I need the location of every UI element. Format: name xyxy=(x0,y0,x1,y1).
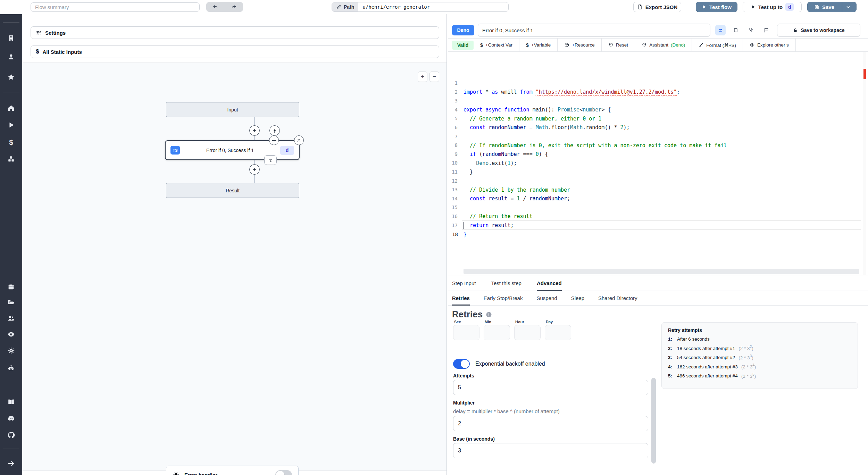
zoom-in-button[interactable]: + xyxy=(418,72,427,82)
tab-step-input[interactable]: Step Input xyxy=(452,275,476,291)
sidebar-item-eye[interactable] xyxy=(0,328,22,341)
input-node[interactable]: Input xyxy=(166,102,299,117)
test-flow-label: Test flow xyxy=(709,4,732,10)
sidebar-item-dollar[interactable]: $ xyxy=(0,136,22,149)
multiplier-label: Mulitplier xyxy=(453,400,475,406)
sidebar-item-home[interactable] xyxy=(0,102,22,114)
add-step-button-bottom[interactable] xyxy=(249,164,260,175)
toolbar-item-label: Explore other s xyxy=(757,42,789,48)
sidebar-item-cubes[interactable] xyxy=(0,153,22,165)
retry-row-text: 54 seconds after attempt #2 xyxy=(677,355,735,360)
toolbar-item-6[interactable]: Explore other s xyxy=(743,39,796,51)
toolbar-item-label: +Context Var xyxy=(485,42,512,48)
sidebar-item-building[interactable] xyxy=(0,32,22,44)
sidebar-item-folder[interactable] xyxy=(0,296,22,308)
save-to-workspace-button[interactable]: Save to workspace xyxy=(777,24,860,37)
subtab-sleep[interactable]: Sleep xyxy=(571,291,584,305)
flag-icon xyxy=(763,27,769,33)
test-flow-button[interactable]: Test flow xyxy=(696,2,737,12)
subtab-early-stop-break[interactable]: Early Stop/Break xyxy=(484,291,523,305)
sidebar-item-arrow-right[interactable] xyxy=(0,457,22,470)
retry-row-text: 18 seconds after attempt #1 xyxy=(677,346,735,351)
attempts-input[interactable] xyxy=(453,380,648,395)
subtab-suspend[interactable]: Suspend xyxy=(536,291,557,305)
time-field-input-min[interactable] xyxy=(484,325,510,340)
language-badge[interactable]: Deno xyxy=(452,25,474,35)
toolbar-item-4[interactable]: Assistant (Deno) xyxy=(635,39,692,51)
settings-row[interactable]: Settings xyxy=(31,26,439,39)
trigger-button[interactable] xyxy=(269,125,280,136)
multiplier-input[interactable] xyxy=(453,416,648,431)
redo-button[interactable] xyxy=(225,2,243,12)
time-field-input-sec[interactable] xyxy=(453,325,479,340)
editor-horizontal-scrollbar[interactable] xyxy=(464,269,859,274)
typescript-badge: TS xyxy=(170,146,180,155)
subtab-retries[interactable]: Retries xyxy=(452,291,470,305)
path-label: Path xyxy=(344,4,354,10)
test-up-to-button[interactable]: Test up to d xyxy=(743,2,802,12)
repeat-icon xyxy=(268,158,273,163)
exponential-backoff-toggle[interactable] xyxy=(453,359,470,369)
sidebar-item-robot[interactable] xyxy=(0,362,22,374)
sidebar-item-users-gear[interactable] xyxy=(0,312,22,325)
tab-advanced[interactable]: Advanced xyxy=(537,275,562,291)
expand-editor-button[interactable] xyxy=(731,25,741,35)
step-node[interactable]: TS Error if 0, Success if 1 d xyxy=(165,140,300,160)
toolbar-item-3[interactable]: Reset xyxy=(602,39,635,51)
error-handler-label: Error handler xyxy=(184,472,270,475)
sidebar-item-gear[interactable] xyxy=(0,344,22,357)
error-handler-row[interactable]: Error handler xyxy=(166,466,299,475)
path-field[interactable]: Path u/henri/error_generator xyxy=(332,2,509,12)
flow-canvas[interactable]: + − Input TS Error if 0, Success if 1 d xyxy=(22,62,446,471)
sync-script-button[interactable] xyxy=(715,25,726,35)
toolbar-item-5[interactable]: Format (⌘+S) xyxy=(692,39,743,51)
backoff-row: Exponential backoff enabled xyxy=(453,359,545,369)
code-toolbar: Valid $+Context Var$+Variable+ResourceRe… xyxy=(448,39,868,51)
sidebar-item-star[interactable] xyxy=(0,71,22,83)
subtab-shared-directory[interactable]: Shared Directory xyxy=(598,291,637,305)
delete-step-button[interactable] xyxy=(294,135,304,145)
plus-icon xyxy=(252,128,257,133)
step-name-input[interactable] xyxy=(478,24,710,37)
sidebar-item-github[interactable] xyxy=(0,429,22,441)
sidebar-item-discord[interactable] xyxy=(0,412,22,425)
code-line-13: 13 const result = 1 / randomNumber; xyxy=(448,176,868,185)
toolbar-item-1[interactable]: $+Variable xyxy=(519,39,558,51)
zoom-out-button[interactable]: − xyxy=(429,72,439,82)
all-static-inputs-row[interactable]: $ All Static Inputs xyxy=(31,45,439,58)
sidebar-item-user[interactable] xyxy=(0,51,22,63)
toolbar-item-0[interactable]: $+Context Var xyxy=(474,39,519,51)
undo-button[interactable] xyxy=(206,2,225,12)
time-field-input-hour[interactable] xyxy=(514,325,541,340)
toolbar-item-label: +Resource xyxy=(572,42,595,48)
info-icon[interactable] xyxy=(486,311,492,318)
move-step-button[interactable] xyxy=(269,135,279,145)
sidebar-item-play[interactable] xyxy=(0,119,22,131)
save-dropdown-button[interactable] xyxy=(842,2,854,12)
sidebar-item-calendar[interactable] xyxy=(0,281,22,293)
code-line-3: 3 export async function main(): Promise<… xyxy=(448,87,868,96)
save-main[interactable]: Save xyxy=(809,2,839,12)
flow-summary-input[interactable] xyxy=(31,2,200,12)
export-json-button[interactable]: Export JSON xyxy=(633,2,681,12)
code-editor[interactable]: 1 import * as wmill from "https://deno.l… xyxy=(448,51,868,275)
retries-scrollbar-thumb[interactable] xyxy=(651,378,656,464)
discord-icon xyxy=(7,415,15,422)
retry-attempts-title: Retry attempts xyxy=(668,327,851,333)
time-field-input-day[interactable] xyxy=(545,325,571,340)
error-handler-toggle[interactable] xyxy=(275,470,292,475)
flag-button[interactable] xyxy=(761,25,771,35)
webhook-button[interactable] xyxy=(746,25,756,35)
add-step-button-top[interactable] xyxy=(249,125,260,136)
toolbar-item-suffix: (Deno) xyxy=(671,42,685,48)
result-node[interactable]: Result xyxy=(166,183,299,198)
step-tabs: Step InputTest this stepAdvanced xyxy=(448,275,868,291)
toolbar-item-2[interactable]: +Resource xyxy=(558,39,602,51)
tab-test-this-step[interactable]: Test this step xyxy=(491,275,521,291)
save-button[interactable]: Save xyxy=(807,2,857,12)
sidebar-item-book[interactable] xyxy=(0,396,22,408)
editor-cursor xyxy=(464,222,464,229)
retry-indicator-button[interactable] xyxy=(264,155,277,165)
base-input[interactable] xyxy=(453,443,648,458)
path-value: u/henri/error_generator xyxy=(358,2,434,11)
